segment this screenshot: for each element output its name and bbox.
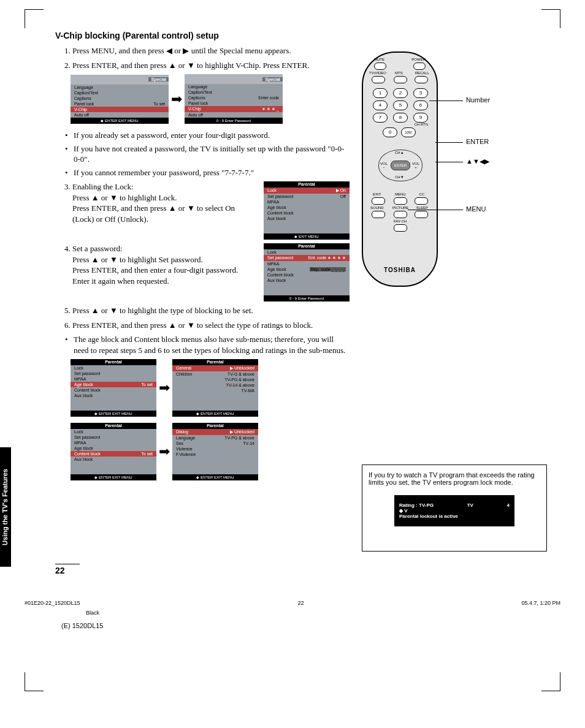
callout-number: Number: [466, 96, 490, 104]
step-4: Set a password: Press ▲ or ▼ to highligh…: [72, 243, 258, 286]
callout-menu: MENU: [466, 205, 486, 213]
step-3: Enabling the Lock: Press ▲ or ▼ to highl…: [72, 181, 258, 224]
brand-logo: TOSHIBA: [363, 267, 437, 273]
osd-menu-ageblock-1: Parental Lock Set password MPAA Age bloc…: [71, 359, 156, 417]
page-title: V-Chip blocking (Parental control) setup: [55, 31, 548, 40]
footer-pagenum: 22: [298, 600, 304, 606]
osd-menu-contentblock-2: Parental Dialog▶ Unblocked LanguageTV-PG…: [172, 423, 258, 480]
bullet-1: If you already set a password, enter you…: [74, 130, 350, 141]
callout-enter: ENTER: [466, 138, 489, 145]
osd-menu-special-2: Special Language Caption/Text CaptionsEn…: [185, 74, 283, 124]
footer-model: (E) 1520DL15: [61, 622, 585, 629]
step-2: Press ENTER, and then press ▲ or ▼ to hi…: [72, 60, 350, 71]
osd-menu-special-1: Special Language Caption/Text Captions P…: [71, 75, 169, 124]
step-1: Press MENU, and then press ◀ or ▶ until …: [72, 45, 350, 56]
osd-menu-contentblock-1: Parental Lock Set password MPAA Age bloc…: [71, 423, 156, 480]
bullet-4: The age block and Content block menus al…: [74, 334, 350, 355]
footer-color: Black: [86, 610, 585, 616]
callout-arrows: ▲▼◀▶: [466, 157, 489, 165]
remote-control: MUTE POWER TV/VIDEO MTS RECALL 123 456 7…: [362, 51, 438, 287]
section-tab: Using the TV's Features: [0, 447, 11, 567]
arrow-right-icon: ➡: [159, 380, 170, 396]
step-5: Press ▲ or ▼ to highlight the type of bl…: [72, 305, 350, 316]
step-6: Press ENTER, and then press ▲ or ▼ to se…: [72, 320, 350, 331]
warning-box: If you try to watch a TV program that ex…: [362, 464, 547, 552]
arrow-right-icon: ➡: [159, 444, 170, 460]
osd-menu-ageblock-2: Parental General▶ Unblocked ChildrenTV-G…: [172, 359, 258, 417]
footer-timestamp: 05.4.7, 1:20 PM: [521, 600, 560, 606]
bullet-2: If you have not created a password, the …: [74, 143, 350, 165]
arrow-right-icon: ➡: [171, 91, 182, 107]
bullet-3: If you cannot remember your password, pr…: [74, 167, 350, 178]
footer-filename: #01E20-22_1520DL15: [25, 600, 80, 606]
osd-menu-parental-lock: Parental Lock▶ On Set passwordOff MPAA A…: [264, 181, 350, 240]
osd-menu-parental-password: Parental Lock Set passwordEnt. code ∗ ∗ …: [264, 243, 350, 301]
page-number: 22: [55, 564, 80, 575]
